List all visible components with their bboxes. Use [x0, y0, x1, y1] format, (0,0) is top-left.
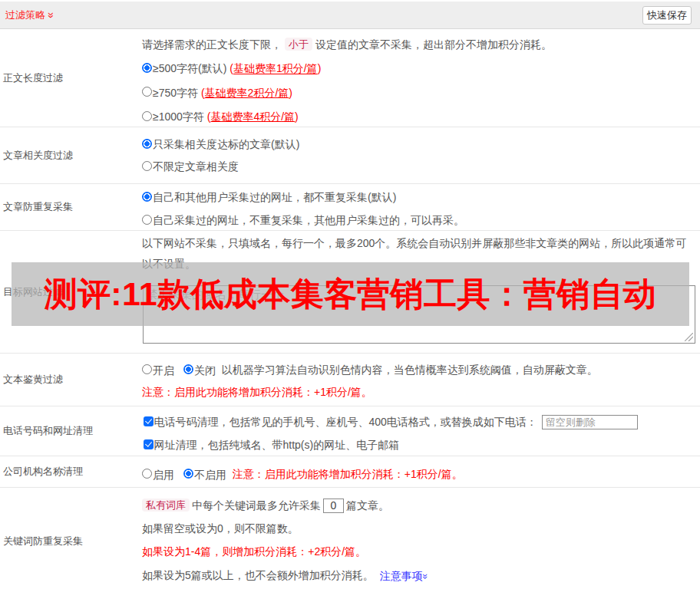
keyword-note-2: 如果设为1-4篇，则增加积分消耗：+2积分/篇。	[142, 540, 700, 563]
keyword-note-3: 如果设为5篇或以上，也不会额外增加积分消耗。 注意事项»	[142, 563, 700, 587]
row-label-keyword: 关键词防重复采集	[0, 488, 142, 589]
row-label-company: 公司机构名称清理	[0, 456, 142, 487]
option-company-on[interactable]: 启用	[142, 468, 180, 480]
radio-relevance-any[interactable]	[142, 161, 152, 171]
checkbox-line-url[interactable]: 网址清理，包括纯域名、带http(s)的网址、电子邮箱	[142, 433, 700, 456]
fee-underlined-text: 基础费率4积分/篇	[210, 110, 295, 123]
checkbox-phone-cleanup[interactable]	[144, 416, 154, 426]
notes-link-label: 注意事项	[380, 570, 423, 582]
radio-porn-off[interactable]	[183, 364, 193, 374]
row-phone-url-cleanup: 电话号码和网址清理 电话号码清理，包括常见的手机号、座机号、400电话格式，或替…	[0, 406, 700, 456]
option-porn-on[interactable]: 开启	[142, 364, 180, 376]
watermark-banner: 测评:11款低成本集客营销工具：营销自动	[12, 262, 689, 326]
radio-dedupe-self[interactable]	[142, 215, 152, 225]
option-relevance-any[interactable]: 不限定文章相关度	[142, 155, 700, 177]
option-porn-off[interactable]: 关闭	[183, 364, 216, 376]
option-company-off[interactable]: 不启用	[183, 468, 226, 480]
row-label-relevance: 文章相关度过滤	[0, 127, 142, 183]
chevron-down-icon: »	[46, 12, 57, 18]
row-keyword-dedupe: 关键词防重复采集 私有词库中每个关键词最多允许采集篇文章。 如果留空或设为0，则…	[0, 488, 700, 589]
checkbox-line-phone[interactable]: 电话号码清理，包括常见的手机号、座机号、400电话格式，或替换成如下电话：	[142, 410, 700, 433]
row-relevance-filter: 文章相关度过滤 只采集相关度达标的文章(默认) 不限定文章相关度	[0, 127, 700, 184]
fee-paren-close: )	[295, 110, 299, 123]
keyword-limit-input[interactable]	[323, 499, 344, 513]
notes-link[interactable]: 注意事项»	[380, 570, 428, 582]
option-750-chars[interactable]: ≥750字符 (基础费率2积分/篇)	[142, 81, 700, 104]
replacement-phone-input[interactable]	[542, 415, 638, 429]
page-title: 过滤策略	[5, 8, 45, 22]
fee-underlined-text: 基础费率1积分/篇	[233, 63, 318, 75]
filter-strategy-toggle[interactable]: 过滤策略 »	[5, 2, 54, 29]
fee-note-750: (基础费率2积分/篇)	[201, 87, 292, 99]
option-500-chars[interactable]: ≥500字符(默认) (基础费率1积分/篇)	[142, 56, 700, 80]
radio-relevance-strict[interactable]	[142, 139, 152, 149]
row-dedupe-collect: 文章防重复采集 自己和其他用户采集过的网址，都不重复采集(默认) 自己采集过的网…	[0, 184, 700, 231]
row-label-dedupe: 文章防重复采集	[0, 184, 142, 230]
fee-note-500: (基础费率1积分/篇)	[229, 63, 321, 75]
porn-filter-note: 注意：启用此功能将增加积分消耗：+1积分/篇。	[142, 381, 700, 403]
fee-paren-close: )	[318, 63, 322, 75]
row-body-length-filter: 正文长度过滤 请选择需求的正文长度下限，小于设定值的文章不采集，超出部分不增加积…	[0, 29, 700, 127]
body-length-intro: 请选择需求的正文长度下限，小于设定值的文章不采集，超出部分不增加积分消耗。	[142, 32, 700, 56]
radio-porn-on[interactable]	[142, 364, 152, 374]
fee-underlined-text: 基础费率2积分/篇	[205, 87, 289, 99]
radio-1000-chars[interactable]	[142, 111, 152, 121]
keyword-limit-line: 私有词库中每个关键词最多允许采集篇文章。	[142, 493, 700, 517]
fee-note-1000: (基础费率4积分/篇)	[207, 110, 299, 123]
option-dedupe-self[interactable]: 自己采集过的网址，不重复采集，其他用户采集过的，可以再采。	[142, 209, 700, 232]
row-label-body-length: 正文长度过滤	[0, 29, 142, 127]
company-note: 注意：启用此功能将增加积分消耗：+1积分/篇。	[233, 468, 463, 480]
quick-save-button[interactable]: 快速保存	[642, 6, 692, 25]
radio-company-on[interactable]	[142, 469, 152, 479]
private-thesaurus-link[interactable]: 私有词库	[142, 499, 190, 512]
option-1000-chars[interactable]: ≥1000字符 (基础费率4积分/篇)	[142, 104, 700, 128]
row-company-cleanup: 公司机构名称清理 启用 不启用 注意：启用此功能将增加积分消耗：+1积分/篇。	[0, 456, 700, 488]
porn-filter-desc: 以机器学习算法自动识别色情内容，当色情概率达到系统阈值，自动屏蔽文章。	[222, 364, 598, 376]
radio-750-chars[interactable]	[142, 87, 152, 97]
radio-dedupe-all[interactable]	[142, 192, 152, 202]
row-label-porn-filter: 文本鉴黄过滤	[0, 354, 142, 406]
toolbar: 过滤策略 » 快速保存	[0, 2, 700, 29]
option-relevance-strict[interactable]: 只采集相关度达标的文章(默认)	[142, 133, 700, 155]
row-porn-filter: 文本鉴黄过滤 开启 关闭 以机器学习算法自动识别色情内容，当色情概率达到系统阈值…	[0, 354, 700, 406]
row-label-phone-url: 电话号码和网址清理	[0, 406, 142, 456]
option-dedupe-all[interactable]: 自己和其他用户采集过的网址，都不重复采集(默认)	[142, 186, 700, 209]
fee-paren-close: )	[289, 87, 292, 99]
watermark-text: 测评:11款低成本集客营销工具：营销自动	[45, 272, 657, 317]
keyword-note-1: 如果留空或设为0，则不限篇数。	[142, 517, 700, 540]
checkbox-url-cleanup[interactable]	[144, 439, 154, 449]
radio-500-chars[interactable]	[142, 63, 152, 73]
less-than-tag: 小于	[285, 38, 312, 51]
chevron-down-icon: »	[421, 573, 431, 578]
radio-company-off[interactable]	[183, 469, 193, 479]
